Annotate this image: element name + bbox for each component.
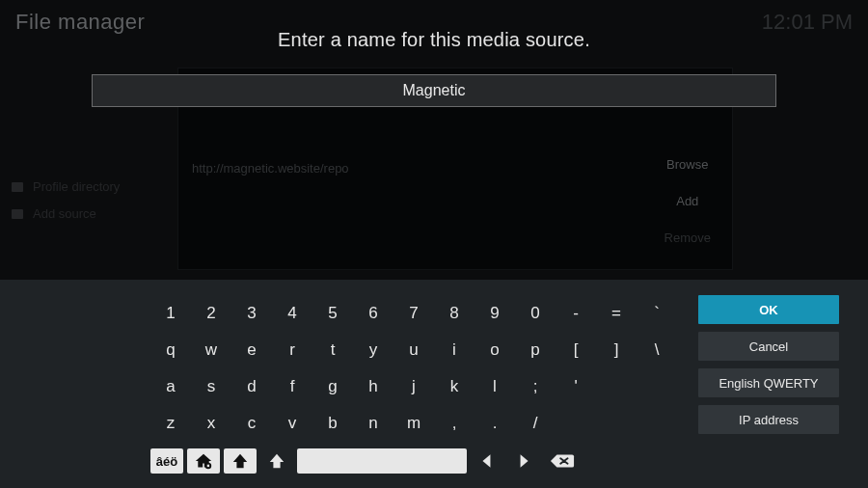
key-7[interactable]: 7: [393, 295, 434, 332]
caret-right-key[interactable]: [507, 448, 540, 474]
key-v[interactable]: v: [272, 405, 312, 442]
key-j[interactable]: j: [393, 368, 434, 405]
key-p[interactable]: p: [515, 332, 556, 368]
backspace-icon: [550, 452, 575, 470]
key-s[interactable]: s: [191, 368, 231, 405]
layout-button[interactable]: English QWERTY: [698, 368, 839, 397]
key-l[interactable]: l: [475, 368, 515, 405]
key-equals[interactable]: =: [596, 295, 637, 332]
browse-label: Browse: [665, 157, 711, 194]
key-semicolon[interactable]: ;: [515, 368, 556, 405]
key-backslash[interactable]: \: [637, 332, 677, 368]
key-bracket-close[interactable]: ]: [596, 332, 637, 368]
key-r[interactable]: r: [272, 332, 312, 368]
key-i[interactable]: i: [434, 332, 475, 368]
key-y[interactable]: y: [353, 332, 393, 368]
key-w[interactable]: w: [191, 332, 231, 368]
folder-icon: [12, 209, 23, 219]
key-bracket-open[interactable]: [: [556, 332, 596, 368]
home-lock-key[interactable]: [187, 448, 220, 474]
media-source-name-input[interactable]: Magnetic: [92, 74, 776, 107]
folder-icon: [12, 182, 23, 192]
onscreen-keyboard: 1 2 3 4 5 6 7 8 9 0 - = ` q w e r t y: [0, 280, 868, 488]
background-sidebar: Profile directory Add source: [12, 174, 120, 228]
ok-button[interactable]: OK: [698, 295, 839, 324]
key-period[interactable]: .: [475, 405, 515, 442]
key-d[interactable]: d: [231, 368, 272, 405]
symbols-key[interactable]: âéö: [150, 448, 183, 474]
caret-left-icon: [480, 453, 494, 469]
key-row: a s d f g h j k l ; ': [150, 368, 677, 405]
caps-key[interactable]: [260, 448, 293, 474]
keys-area: 1 2 3 4 5 6 7 8 9 0 - = ` q w e r t y: [150, 295, 677, 442]
key-5[interactable]: 5: [312, 295, 353, 332]
svg-rect-1: [207, 465, 209, 467]
key-row: q w e r t y u i o p [ ] \: [150, 332, 677, 368]
name-entry-dialog: Enter a name for this media source. Magn…: [0, 29, 868, 107]
key-3[interactable]: 3: [231, 295, 272, 332]
key-q[interactable]: q: [150, 332, 191, 368]
shift-icon: [231, 452, 249, 470]
remove-label: Remove: [665, 230, 711, 267]
cancel-button[interactable]: Cancel: [698, 332, 839, 361]
key-9[interactable]: 9: [475, 295, 515, 332]
key-f[interactable]: f: [272, 368, 312, 405]
sidebar-item: Add source: [12, 201, 120, 228]
key-t[interactable]: t: [312, 332, 353, 368]
panel-button-column: Browse Add Remove: [665, 157, 711, 267]
keyboard-side-buttons: OK Cancel English QWERTY IP address: [698, 295, 839, 434]
key-n[interactable]: n: [353, 405, 393, 442]
key-h[interactable]: h: [353, 368, 393, 405]
spacebar-key[interactable]: [297, 448, 467, 474]
key-0[interactable]: 0: [515, 295, 556, 332]
backspace-key[interactable]: [544, 448, 581, 474]
key-u[interactable]: u: [393, 332, 434, 368]
sidebar-item-label: Profile directory: [33, 174, 120, 201]
source-url-text: http://magnetic.website/repo: [192, 161, 349, 176]
key-slash[interactable]: /: [515, 405, 556, 442]
key-k[interactable]: k: [434, 368, 475, 405]
ip-address-button[interactable]: IP address: [698, 405, 839, 434]
key-row: z x c v b n m , . /: [150, 405, 677, 442]
sidebar-item: Profile directory: [12, 174, 120, 201]
key-6[interactable]: 6: [353, 295, 393, 332]
key-8[interactable]: 8: [434, 295, 475, 332]
key-g[interactable]: g: [312, 368, 353, 405]
key-1[interactable]: 1: [150, 295, 191, 332]
shift-icon: [268, 452, 285, 470]
key-row: 1 2 3 4 5 6 7 8 9 0 - = `: [150, 295, 677, 332]
key-4[interactable]: 4: [272, 295, 312, 332]
shift-key[interactable]: [224, 448, 257, 474]
key-comma[interactable]: ,: [434, 405, 475, 442]
key-m[interactable]: m: [393, 405, 434, 442]
key-minus[interactable]: -: [556, 295, 596, 332]
key-backtick[interactable]: `: [637, 295, 677, 332]
key-x[interactable]: x: [191, 405, 231, 442]
add-label: Add: [665, 194, 711, 230]
key-apostrophe[interactable]: ': [556, 368, 596, 405]
special-key-row: âéö: [150, 447, 581, 474]
sidebar-item-label: Add source: [33, 201, 96, 228]
key-a[interactable]: a: [150, 368, 191, 405]
home-lock-icon: [194, 452, 213, 470]
key-c[interactable]: c: [231, 405, 272, 442]
dialog-prompt: Enter a name for this media source.: [0, 29, 868, 51]
key-2[interactable]: 2: [191, 295, 231, 332]
key-b[interactable]: b: [312, 405, 353, 442]
caret-right-icon: [517, 453, 530, 469]
input-value: Magnetic: [403, 82, 466, 99]
caret-left-key[interactable]: [471, 448, 503, 474]
key-z[interactable]: z: [150, 405, 191, 442]
key-e[interactable]: e: [231, 332, 272, 368]
key-o[interactable]: o: [475, 332, 515, 368]
